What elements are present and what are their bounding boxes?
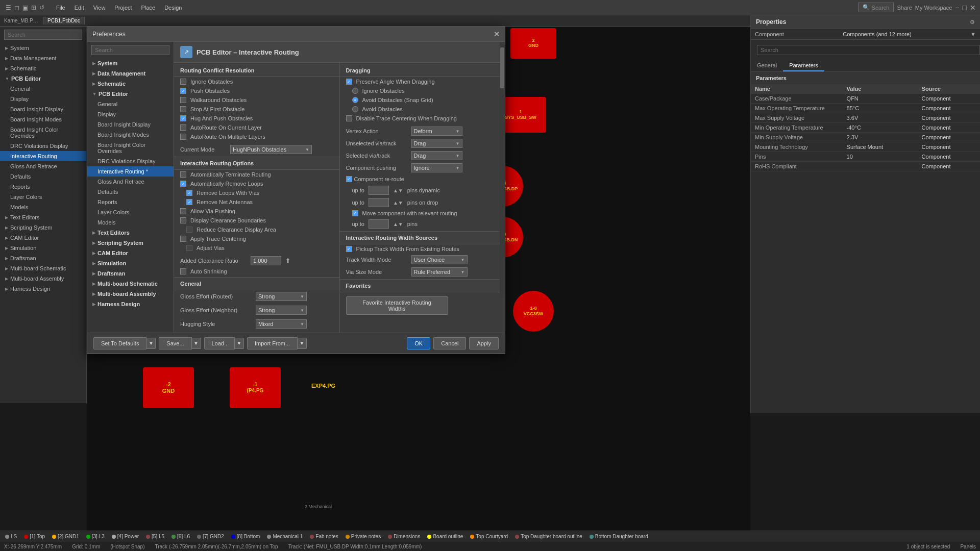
select-via-size-mode[interactable]: Rule Preferred ▼ <box>411 267 468 277</box>
sidebar-item-board-insight-modes[interactable]: Board Insight Modes <box>0 114 86 124</box>
layer-tab[interactable]: [1] Top <box>21 533 48 540</box>
select-component-pushing[interactable]: Ignore ▼ <box>411 163 462 172</box>
import-from-button[interactable]: Import From... <box>247 337 298 349</box>
ok-button[interactable]: OK <box>407 337 430 349</box>
scrollbar-thumb[interactable] <box>500 47 504 88</box>
cancel-button[interactable]: Cancel <box>433 337 466 349</box>
apply-button[interactable]: Apply <box>469 337 499 349</box>
nav-draftsman[interactable]: ▶ Draftsman <box>87 268 174 279</box>
sidebar-item-text-editors[interactable]: ▶Text Editors <box>0 212 86 222</box>
checkbox-preserve-angle[interactable] <box>346 79 352 85</box>
checkbox-hug-push[interactable] <box>180 115 186 121</box>
radio-drag-ignore[interactable] <box>352 88 358 94</box>
input-pins-drop[interactable]: 2 <box>369 198 389 207</box>
sidebar-item-multiboard-sch[interactable]: ▶Multi-board Schematic <box>0 263 86 273</box>
sidebar-search-input[interactable] <box>4 30 82 40</box>
tab-karne[interactable]: Karne_MB.PcbDoc <box>0 17 43 24</box>
sidebar-item-gloss-retrace[interactable]: Gloss And Retrace <box>0 161 86 171</box>
input-pins[interactable]: 2 <box>369 219 389 229</box>
sidebar-item-schematic[interactable]: ▶Schematic <box>0 63 86 73</box>
sidebar-item-defaults[interactable]: Defaults <box>0 171 86 182</box>
sidebar-item-display[interactable]: Display <box>0 94 86 104</box>
sidebar-item-board-insight-color[interactable]: Board Insight Color Overrides <box>0 124 86 141</box>
nav-text-editors[interactable]: ▶ Text Editors <box>87 228 174 238</box>
select-selected-via[interactable]: Drag ▼ <box>411 151 462 160</box>
spin-pins[interactable]: ▲▼ <box>393 221 403 227</box>
checkbox-component-reroute[interactable] <box>346 176 352 182</box>
spin-pins-drop[interactable]: ▲▼ <box>393 200 403 206</box>
select-gloss-neighbor[interactable]: Strong ▼ <box>256 306 307 315</box>
save-button[interactable]: Save... <box>159 337 191 349</box>
sidebar-item-drc[interactable]: DRC Violations Display <box>0 141 86 151</box>
tab-pcb1[interactable]: PCB1.PcbDoc <box>43 17 85 24</box>
sidebar-item-models[interactable]: Models <box>0 202 86 212</box>
nav-data-mgmt[interactable]: ▶ Data Management <box>87 68 174 79</box>
layer-tab[interactable]: Private notes <box>342 533 384 540</box>
load-arrow[interactable]: ▼ <box>235 338 244 349</box>
menu-file[interactable]: File <box>52 3 69 12</box>
menu-design[interactable]: Design <box>160 3 186 12</box>
layer-tab[interactable]: LS <box>2 533 20 540</box>
checkbox-auto-remove-loops[interactable] <box>180 181 186 187</box>
layer-tab[interactable]: [2] GND1 <box>49 533 82 540</box>
checkbox-autoroute-multiple[interactable] <box>180 134 186 140</box>
toolbar-icon-1[interactable]: ☰ <box>4 3 13 12</box>
tab-general[interactable]: General <box>751 60 783 71</box>
sidebar-item-data-mgmt[interactable]: ▶Data Management <box>0 53 86 63</box>
checkbox-push-obstacles[interactable] <box>180 88 186 94</box>
toolbar-icon-4[interactable]: ⊞ <box>30 3 38 12</box>
sidebar-item-multiboard-asm[interactable]: ▶Multi-board Assembly <box>0 273 86 284</box>
checkbox-pickup-track[interactable] <box>346 246 352 252</box>
select-hugging-style[interactable]: Mixed ▼ <box>256 319 307 329</box>
checkbox-adjust-vias[interactable] <box>186 245 192 251</box>
checkbox-display-clearance[interactable] <box>180 217 186 223</box>
checkbox-remove-net-antennas[interactable] <box>186 199 192 205</box>
select-track-width-mode[interactable]: User Choice ▼ <box>411 255 468 264</box>
layer-tab[interactable]: [3] L3 <box>83 533 108 540</box>
workspace-button[interactable]: My Workspace <box>915 5 952 11</box>
sidebar-item-pcb-editor[interactable]: ▼PCB Editor <box>0 73 86 84</box>
import-from-arrow[interactable]: ▼ <box>298 338 307 349</box>
nav-cam[interactable]: ▶ CAM Editor <box>87 248 174 258</box>
sidebar-item-harness[interactable]: ▶Harness Design <box>0 284 86 294</box>
sidebar-item-simulation[interactable]: ▶Simulation <box>0 243 86 253</box>
toolbar-icon-3[interactable]: ▣ <box>21 3 30 12</box>
save-arrow[interactable]: ▼ <box>192 338 201 349</box>
menu-place[interactable]: Place <box>137 3 160 12</box>
load-button[interactable]: Load . <box>204 337 235 349</box>
checkbox-reduce-clearance[interactable] <box>186 227 192 233</box>
sidebar-item-scripting[interactable]: ▶Scripting System <box>0 222 86 233</box>
nav-interactive-routing[interactable]: Interactive Routing * <box>87 166 174 177</box>
tab-parameters[interactable]: Parameters <box>783 60 824 71</box>
properties-filter-icon[interactable]: ▼ <box>970 31 976 37</box>
scrollbar[interactable] <box>500 42 505 297</box>
dialog-close-button[interactable]: ✕ <box>494 30 500 38</box>
input-pins-dynamic[interactable]: 10 <box>369 186 389 195</box>
nav-board-insight-display[interactable]: Board Insight Display <box>87 119 174 130</box>
nav-layer-colors[interactable]: Layer Colors <box>87 207 174 217</box>
nav-multiboard-sch[interactable]: ▶ Multi-board Schematic <box>87 279 174 289</box>
nav-harness[interactable]: ▶ Harness Design <box>87 299 174 309</box>
checkbox-autoroute-current[interactable] <box>180 124 186 131</box>
select-gloss-routed[interactable]: Strong ▼ <box>256 292 307 301</box>
layer-tab[interactable]: Dimensions <box>385 533 423 540</box>
sidebar-item-general[interactable]: General <box>0 84 86 94</box>
properties-search-input[interactable] <box>757 45 980 55</box>
spin-added-clearance[interactable]: ⬆ <box>285 257 290 264</box>
sidebar-item-cam[interactable]: ▶CAM Editor <box>0 233 86 243</box>
checkbox-move-component[interactable] <box>352 210 358 216</box>
radio-drag-avoid-obstacles[interactable] <box>352 106 358 112</box>
radio-drag-avoid-snap[interactable] <box>352 97 358 103</box>
set-to-defaults-button[interactable]: Set To Defaults <box>93 337 146 349</box>
window-close-button[interactable]: ✕ <box>970 4 976 12</box>
sidebar-item-draftsman[interactable]: ▶Draftsman <box>0 253 86 263</box>
checkbox-allow-via-pushing[interactable] <box>180 208 186 214</box>
spin-pins-dynamic[interactable]: ▲▼ <box>393 188 403 193</box>
toolbar-icon-2[interactable]: ◻ <box>13 3 21 12</box>
layer-tab[interactable]: [4] Power <box>109 533 142 540</box>
nav-scripting[interactable]: ▶ Scripting System <box>87 238 174 248</box>
nav-general[interactable]: General <box>87 99 174 109</box>
checkbox-ignore-obstacles[interactable] <box>180 79 186 85</box>
layer-tab[interactable]: [5] L5 <box>143 533 167 540</box>
checkbox-walkaround[interactable] <box>180 97 186 103</box>
